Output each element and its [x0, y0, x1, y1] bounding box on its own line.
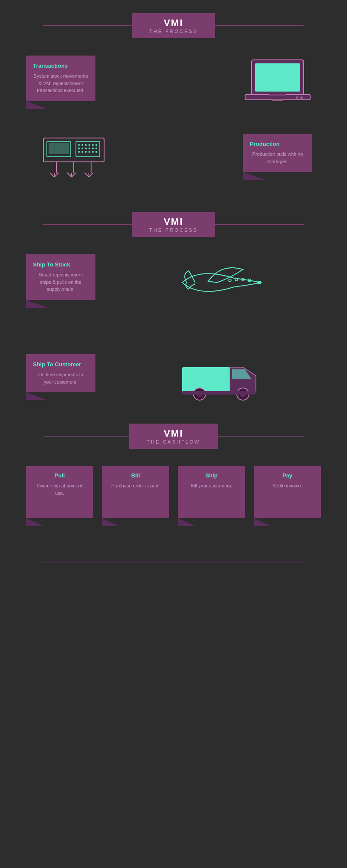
section-production: Production Production build with no shor… [0, 116, 347, 199]
section-vmi-process-1: VMI THE PROCESS Transactions System stoc… [0, 0, 347, 116]
section-vmi-cashflow: VMI THE CASHFLOW Pull Ownership at point… [0, 411, 347, 536]
svg-point-17 [82, 148, 83, 149]
svg-rect-42 [182, 391, 256, 395]
banner-title-3: VMI [147, 428, 200, 439]
pay-title: Pay [260, 472, 315, 479]
cashflow-card-pull: Pull Ownership at point of use. [26, 466, 93, 518]
svg-point-26 [92, 151, 94, 153]
bill-body: Purchase order raised. [108, 482, 163, 490]
banner-subtitle-2: THE PROCESS [149, 227, 198, 233]
banner-box-2: VMI THE PROCESS [132, 212, 215, 237]
cashflow-card-pay: Pay Settle invoice. [254, 466, 321, 518]
svg-point-22 [78, 151, 80, 153]
cashflow-card-bill: Bill Purchase order raised. [102, 466, 169, 518]
svg-point-16 [78, 148, 80, 149]
svg-point-10 [78, 144, 80, 146]
svg-point-19 [88, 148, 90, 149]
svg-point-18 [85, 148, 87, 149]
manufacturing-icon-area [26, 134, 121, 190]
production-title: Production [250, 141, 305, 147]
svg-point-24 [85, 151, 87, 153]
svg-point-6 [300, 96, 303, 99]
bottom-divider [41, 562, 306, 562]
svg-point-15 [95, 144, 97, 146]
production-body: Production build with no shortages. [250, 151, 305, 165]
bottom-divider-area [0, 536, 347, 571]
production-card-area: Production Production build with no shor… [243, 134, 321, 172]
ship-to-stock-card-area: Ship To Stock Smart replenishment ships … [26, 254, 95, 300]
pull-body: Ownership at point of use. [32, 482, 87, 496]
banner-vmi-process-1: VMI THE PROCESS [43, 13, 304, 38]
airplane-icon-area [121, 254, 321, 311]
svg-point-23 [82, 151, 83, 153]
ship-title: Ship [184, 472, 239, 479]
section4-content: Ship To Customer On time shipments to yo… [26, 354, 321, 402]
svg-rect-37 [182, 367, 230, 393]
cashflow-card-ship: Ship Bill your customers. [178, 466, 245, 518]
ship-to-stock-card: Ship To Stock Smart replenishment ships … [26, 254, 95, 300]
svg-rect-28 [49, 143, 69, 154]
transactions-body: System stock movements & VMI replenishme… [33, 72, 88, 94]
production-card: Production Production build with no shor… [243, 134, 312, 172]
svg-rect-1 [255, 63, 300, 92]
svg-rect-3 [269, 94, 286, 96]
cashflow-cards-row: Pull Ownership at point of use. Bill Pur… [26, 466, 321, 518]
truck-icon-area [121, 354, 321, 402]
manufacturing-icon [30, 134, 117, 190]
ship-to-stock-body: Smart replenishment ships & pulls on the… [33, 271, 88, 293]
banner-vmi-process-2: VMI THE PROCESS [43, 212, 304, 237]
truck-icon [178, 354, 265, 402]
banner-box-1: VMI THE PROCESS [132, 13, 215, 38]
ship-to-stock-title: Ship To Stock [33, 261, 88, 268]
svg-point-25 [88, 151, 90, 153]
transactions-card-area: Transactions System stock movements & VM… [26, 56, 104, 101]
svg-point-32 [257, 281, 262, 284]
banner-title-2: VMI [149, 216, 198, 227]
section1-content: Transactions System stock movements & VM… [26, 56, 321, 108]
ship-to-customer-title: Ship To Customer [33, 361, 88, 368]
section3-content: Ship To Stock Smart replenishment ships … [26, 254, 321, 311]
banner-title-1: VMI [149, 17, 198, 29]
ship-to-customer-card: Ship To Customer On time shipments to yo… [26, 354, 95, 392]
banner-subtitle-1: THE PROCESS [149, 29, 198, 34]
ship-to-customer-card-area: Ship To Customer On time shipments to yo… [26, 354, 95, 392]
airplane-icon [174, 254, 269, 311]
svg-point-12 [85, 144, 87, 146]
pay-body: Settle invoice. [260, 482, 315, 490]
section-ship-to-customer: Ship To Customer On time shipments to yo… [0, 328, 347, 411]
section-vmi-process-2: VMI THE PROCESS Ship To Stock Smart repl… [0, 199, 347, 328]
svg-point-13 [88, 144, 90, 146]
svg-point-27 [95, 151, 97, 153]
banner-box-3: VMI THE CASHFLOW [129, 424, 217, 449]
pull-title: Pull [32, 472, 87, 479]
section2-content: Production Production build with no shor… [26, 134, 321, 190]
banner-vmi-cashflow: VMI THE CASHFLOW [43, 424, 304, 449]
ship-to-customer-body: On time shipments to your customers. [33, 371, 88, 385]
svg-point-21 [95, 148, 97, 149]
svg-point-20 [92, 148, 94, 149]
banner-subtitle-3: THE CASHFLOW [147, 439, 200, 444]
svg-rect-4 [272, 99, 283, 101]
svg-point-33 [229, 279, 231, 282]
svg-point-11 [82, 144, 83, 146]
svg-point-5 [296, 96, 298, 99]
laptop-icon [243, 56, 312, 108]
bill-title: Bill [108, 472, 163, 479]
ship-body: Bill your customers. [184, 482, 239, 490]
transactions-title: Transactions [33, 62, 88, 69]
laptop-icon-area [234, 56, 321, 108]
svg-point-14 [92, 144, 94, 146]
transactions-card: Transactions System stock movements & VM… [26, 56, 95, 101]
